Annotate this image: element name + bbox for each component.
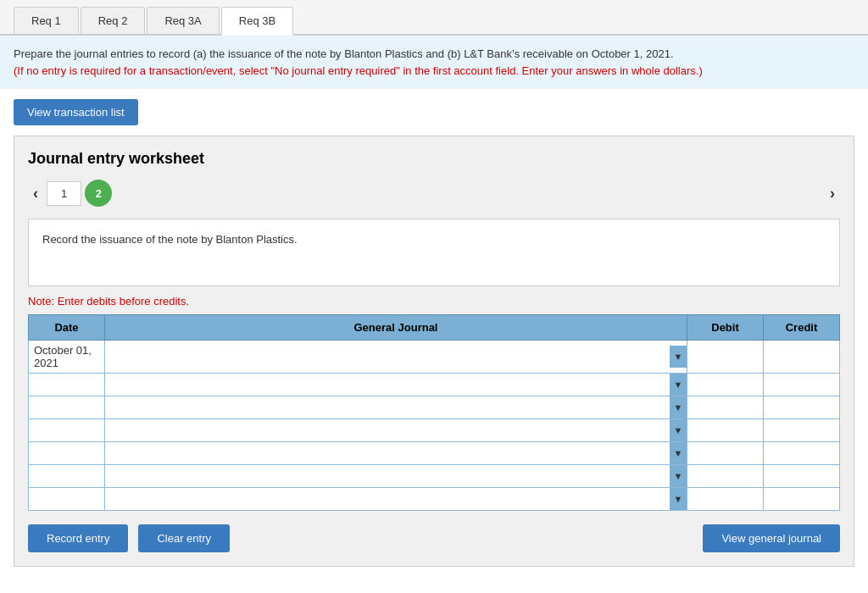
table-row: ▼ bbox=[29, 396, 840, 419]
view-transaction-list-button[interactable]: View transaction list bbox=[14, 99, 138, 125]
debit-input-7[interactable] bbox=[687, 488, 763, 510]
date-cell-5 bbox=[29, 442, 105, 465]
credit-input-2[interactable] bbox=[764, 374, 839, 396]
tab-req3a[interactable]: Req 3A bbox=[147, 7, 219, 34]
credit-input-3[interactable] bbox=[764, 396, 839, 418]
credit-cell-5 bbox=[764, 442, 840, 465]
date-cell-2 bbox=[29, 374, 105, 396]
credit-input-5[interactable] bbox=[764, 442, 839, 464]
debit-input-6[interactable] bbox=[687, 465, 763, 487]
note-text: Note: Enter debits before credits. bbox=[28, 295, 840, 308]
debit-cell-4 bbox=[687, 419, 764, 442]
debit-input-4[interactable] bbox=[687, 419, 763, 441]
general-journal-input-2[interactable] bbox=[105, 374, 670, 396]
debit-cell-5 bbox=[687, 442, 764, 465]
debit-cell-1 bbox=[687, 341, 764, 374]
general-journal-cell-7: ▼ bbox=[105, 488, 687, 511]
general-journal-input-5[interactable] bbox=[105, 442, 670, 464]
general-journal-input-3[interactable] bbox=[105, 396, 670, 418]
credit-input-1[interactable] bbox=[764, 341, 839, 373]
date-cell-4 bbox=[29, 419, 105, 442]
general-journal-cell-4: ▼ bbox=[105, 419, 687, 442]
date-cell-7 bbox=[29, 488, 105, 511]
table-row: ▼ bbox=[29, 419, 840, 442]
credit-cell-6 bbox=[764, 465, 840, 488]
dropdown-arrow-1[interactable]: ▼ bbox=[670, 346, 687, 368]
col-header-date: Date bbox=[29, 315, 105, 341]
page-navigation: ‹ 1 2 › bbox=[28, 180, 840, 207]
table-row: October 01, 2021 ▼ bbox=[29, 341, 840, 374]
col-header-debit: Debit bbox=[687, 315, 764, 341]
general-journal-input-1[interactable] bbox=[105, 346, 670, 368]
credit-input-4[interactable] bbox=[764, 419, 839, 441]
debit-input-2[interactable] bbox=[687, 374, 763, 396]
page-2-tab[interactable]: 2 bbox=[85, 180, 112, 207]
description-text: Record the issuance of the note by Blant… bbox=[42, 233, 298, 246]
table-row: ▼ bbox=[29, 465, 840, 488]
tab-req1[interactable]: Req 1 bbox=[14, 7, 79, 34]
instructions-main-text: Prepare the journal entries to record (a… bbox=[14, 47, 674, 60]
credit-cell-4 bbox=[764, 419, 840, 442]
credit-cell-3 bbox=[764, 396, 840, 419]
general-journal-cell-1: ▼ bbox=[105, 341, 687, 374]
general-journal-input-6[interactable] bbox=[105, 465, 670, 487]
instructions-panel: Prepare the journal entries to record (a… bbox=[0, 36, 868, 89]
debit-cell-6 bbox=[687, 465, 764, 488]
transaction-list-section: View transaction list bbox=[14, 99, 854, 125]
table-row: ▼ bbox=[29, 442, 840, 465]
description-box: Record the issuance of the note by Blant… bbox=[28, 219, 840, 286]
general-journal-cell-6: ▼ bbox=[105, 465, 687, 488]
general-journal-cell-3: ▼ bbox=[105, 396, 687, 419]
debit-cell-3 bbox=[687, 396, 764, 419]
debit-input-1[interactable] bbox=[687, 341, 763, 373]
dropdown-arrow-7[interactable]: ▼ bbox=[670, 488, 687, 510]
credit-cell-1 bbox=[764, 341, 840, 374]
tab-bar: Req 1 Req 2 Req 3A Req 3B bbox=[0, 0, 868, 36]
credit-cell-7 bbox=[764, 488, 840, 511]
tab-req2[interactable]: Req 2 bbox=[81, 7, 146, 34]
page-1-tab[interactable]: 1 bbox=[47, 181, 81, 206]
debit-cell-7 bbox=[687, 488, 764, 511]
instructions-red-text: (If no entry is required for a transacti… bbox=[14, 64, 703, 77]
general-journal-cell-2: ▼ bbox=[105, 374, 687, 396]
worksheet-title: Journal entry worksheet bbox=[28, 150, 840, 168]
debit-cell-2 bbox=[687, 374, 764, 396]
general-journal-input-4[interactable] bbox=[105, 419, 670, 441]
credit-input-6[interactable] bbox=[764, 465, 839, 487]
table-row: ▼ bbox=[29, 488, 840, 511]
dropdown-arrow-5[interactable]: ▼ bbox=[670, 442, 687, 464]
view-general-journal-button[interactable]: View general journal bbox=[703, 524, 840, 552]
prev-page-button[interactable]: ‹ bbox=[28, 183, 43, 204]
debit-input-5[interactable] bbox=[687, 442, 763, 464]
general-journal-cell-5: ▼ bbox=[105, 442, 687, 465]
clear-entry-button[interactable]: Clear entry bbox=[138, 524, 230, 552]
dropdown-arrow-6[interactable]: ▼ bbox=[670, 465, 687, 487]
record-entry-button[interactable]: Record entry bbox=[28, 524, 128, 552]
journal-table: Date General Journal Debit Credit Octobe… bbox=[28, 314, 840, 511]
table-row: ▼ bbox=[29, 374, 840, 396]
dropdown-arrow-2[interactable]: ▼ bbox=[670, 374, 687, 396]
worksheet-container: Journal entry worksheet ‹ 1 2 › Record t… bbox=[14, 136, 854, 567]
date-cell-3 bbox=[29, 396, 105, 419]
dropdown-arrow-4[interactable]: ▼ bbox=[670, 419, 687, 441]
credit-input-7[interactable] bbox=[764, 488, 839, 510]
credit-cell-2 bbox=[764, 374, 840, 396]
next-page-button[interactable]: › bbox=[825, 183, 840, 204]
dropdown-arrow-3[interactable]: ▼ bbox=[670, 396, 687, 418]
debit-input-3[interactable] bbox=[687, 396, 763, 418]
general-journal-input-7[interactable] bbox=[105, 488, 670, 510]
col-header-credit: Credit bbox=[764, 315, 840, 341]
col-header-general-journal: General Journal bbox=[105, 315, 687, 341]
bottom-buttons: Record entry Clear entry View general jo… bbox=[28, 524, 840, 552]
tab-req3b[interactable]: Req 3B bbox=[221, 7, 293, 36]
date-cell-6 bbox=[29, 465, 105, 488]
date-cell-1: October 01, 2021 bbox=[29, 341, 105, 374]
